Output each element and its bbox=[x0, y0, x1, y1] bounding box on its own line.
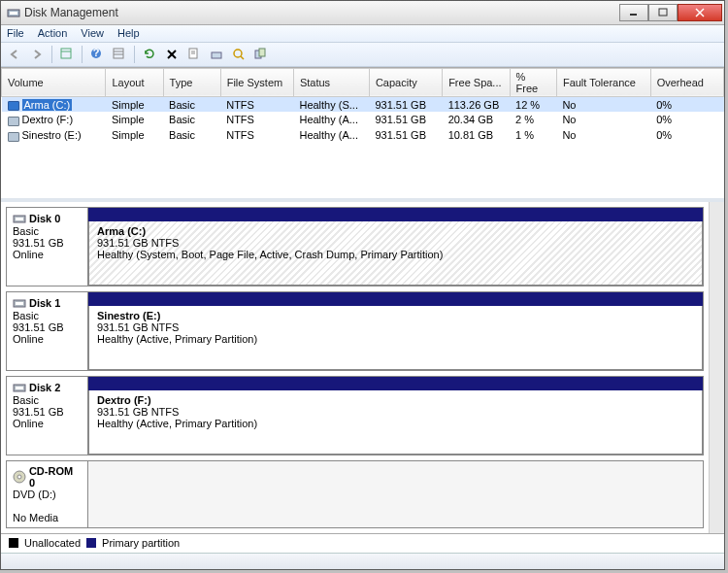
column-header[interactable]: % Free bbox=[510, 68, 556, 96]
legend-label-unallocated: Unallocated bbox=[24, 537, 81, 549]
volume-icon bbox=[8, 132, 19, 142]
legend-label-primary: Primary partition bbox=[102, 537, 180, 549]
disk-list: Disk 0Basic931.51 GBOnlineArma (C:)931.5… bbox=[1, 202, 709, 533]
column-header[interactable]: Volume bbox=[2, 68, 106, 96]
menu-action[interactable]: Action bbox=[38, 27, 68, 39]
svg-rect-26 bbox=[16, 302, 23, 305]
disk-label[interactable]: CD-ROM 0DVD (D:)No Media bbox=[7, 461, 88, 527]
disk-label[interactable]: Disk 1Basic931.51 GBOnline bbox=[7, 292, 88, 370]
menu-help[interactable]: Help bbox=[117, 27, 140, 39]
maximize-button[interactable] bbox=[648, 4, 678, 21]
legend-swatch-primary bbox=[86, 538, 96, 548]
statusbar bbox=[1, 553, 724, 569]
list-button[interactable] bbox=[110, 45, 129, 64]
disk-row: CD-ROM 0DVD (D:)No Media bbox=[6, 460, 704, 528]
svg-rect-10 bbox=[114, 49, 123, 58]
volume-table: VolumeLayoutTypeFile SystemStatusCapacit… bbox=[1, 68, 724, 144]
titlebar[interactable]: Disk Management bbox=[1, 1, 724, 25]
disk-volume-area[interactable]: Dextro (F:)931.51 GB NTFSHealthy (Active… bbox=[88, 377, 703, 455]
column-header[interactable]: File System bbox=[220, 68, 293, 96]
minimize-button[interactable] bbox=[619, 4, 648, 21]
menu-file[interactable]: File bbox=[7, 27, 24, 39]
window: Disk Management File Action View Help ? … bbox=[0, 0, 725, 570]
content: VolumeLayoutTypeFile SystemStatusCapacit… bbox=[1, 67, 724, 553]
volume-list-pane: VolumeLayoutTypeFile SystemStatusCapacit… bbox=[1, 68, 724, 202]
column-header[interactable]: Type bbox=[163, 68, 220, 96]
app-icon bbox=[7, 6, 20, 19]
menu-view[interactable]: View bbox=[81, 27, 104, 39]
window-title: Disk Management bbox=[24, 6, 619, 19]
svg-rect-3 bbox=[659, 9, 667, 16]
forward-button[interactable] bbox=[27, 45, 47, 64]
view-button[interactable] bbox=[57, 45, 77, 64]
help-button[interactable]: ? bbox=[87, 45, 107, 64]
column-header[interactable]: Capacity bbox=[369, 68, 442, 96]
volume-row[interactable]: Dextro (F:)SimpleBasicNTFSHealthy (A...9… bbox=[2, 112, 724, 127]
disk-label[interactable]: Disk 0Basic931.51 GBOnline bbox=[7, 208, 88, 286]
close-button[interactable] bbox=[678, 4, 722, 21]
refresh-button[interactable] bbox=[140, 45, 159, 64]
disk-row: Disk 2Basic931.51 GBOnlineDextro (F:)931… bbox=[6, 376, 704, 455]
svg-line-20 bbox=[241, 56, 244, 59]
action2-button[interactable] bbox=[229, 45, 248, 64]
svg-point-30 bbox=[17, 475, 21, 479]
disk-volume-area[interactable]: Sinestro (E:)931.51 GB NTFSHealthy (Acti… bbox=[88, 292, 703, 370]
disk-row: Disk 0Basic931.51 GBOnlineArma (C:)931.5… bbox=[6, 207, 704, 286]
column-header[interactable]: Fault Tolerance bbox=[556, 68, 650, 96]
svg-rect-22 bbox=[259, 49, 265, 56]
disk-row: Disk 1Basic931.51 GBOnlineSinestro (E:)9… bbox=[6, 291, 704, 371]
delete-button[interactable] bbox=[162, 45, 182, 64]
disk-volume-area[interactable]: Arma (C:)931.51 GB NTFSHealthy (System, … bbox=[88, 208, 703, 286]
column-header[interactable]: Overhead bbox=[650, 68, 723, 96]
volume-icon bbox=[8, 117, 19, 126]
legend: Unallocated Primary partition bbox=[1, 533, 724, 553]
column-header[interactable]: Layout bbox=[106, 68, 163, 96]
svg-rect-28 bbox=[16, 387, 23, 389]
disk-map-pane: Disk 0Basic931.51 GBOnlineArma (C:)931.5… bbox=[1, 202, 724, 533]
svg-rect-18 bbox=[212, 52, 221, 58]
menubar: File Action View Help bbox=[1, 25, 724, 44]
scrollbar[interactable] bbox=[709, 202, 724, 533]
column-header[interactable]: Status bbox=[293, 68, 369, 96]
volume-row[interactable]: Arma (C:)SimpleBasicNTFSHealthy (S...931… bbox=[2, 96, 724, 112]
disk-label[interactable]: Disk 2Basic931.51 GBOnline bbox=[7, 377, 88, 455]
disk-volume-area[interactable] bbox=[88, 461, 703, 527]
column-header[interactable]: Free Spa... bbox=[443, 68, 510, 96]
action1-button[interactable] bbox=[207, 45, 226, 64]
legend-swatch-unallocated bbox=[9, 538, 18, 548]
svg-point-19 bbox=[234, 50, 242, 57]
svg-text:?: ? bbox=[93, 48, 100, 58]
properties-button[interactable] bbox=[184, 45, 204, 64]
toolbar: ? bbox=[1, 43, 724, 67]
volume-row[interactable]: Sinestro (E:)SimpleBasicNTFSHealthy (A..… bbox=[2, 127, 724, 143]
back-button[interactable] bbox=[5, 45, 24, 64]
svg-rect-1 bbox=[10, 12, 17, 15]
action3-button[interactable] bbox=[251, 45, 271, 64]
volume-icon bbox=[8, 101, 19, 111]
svg-rect-24 bbox=[16, 218, 23, 220]
svg-rect-6 bbox=[61, 49, 71, 58]
